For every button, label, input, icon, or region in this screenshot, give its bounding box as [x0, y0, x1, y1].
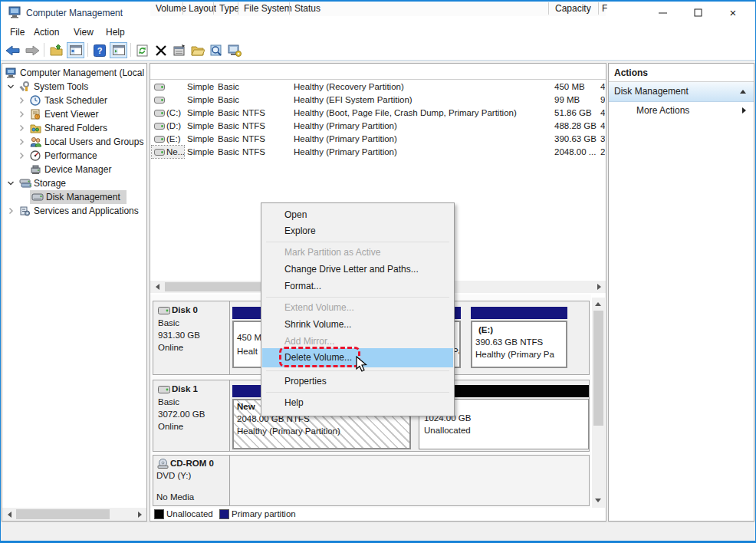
device-manager-icon: [30, 164, 41, 175]
cell-fs: NTFS: [242, 107, 265, 120]
scroll-left-button[interactable]: [152, 282, 163, 291]
menu-item-open[interactable]: Open: [262, 207, 453, 223]
tree-horizontal-scrollbar[interactable]: [2, 508, 146, 521]
scrollbar-thumb[interactable]: [16, 509, 110, 519]
tree-item-label: Services and Applications: [34, 204, 139, 218]
tree-item-task-scheduler[interactable]: Task Scheduler: [2, 94, 146, 107]
properties-icon[interactable]: [170, 42, 188, 58]
column-header-layout[interactable]: Layout: [189, 2, 216, 16]
chevron-right-icon[interactable]: [18, 138, 25, 146]
actions-group-disk-management[interactable]: Disk Management: [609, 82, 754, 102]
menu-help[interactable]: Help: [102, 26, 129, 38]
collapse-icon[interactable]: [740, 90, 746, 94]
remote-computer-icon[interactable]: [225, 42, 243, 58]
chevron-down-icon[interactable]: [7, 83, 15, 90]
disk-status: Online: [158, 422, 183, 431]
tree-item-performance[interactable]: Performance: [2, 149, 146, 163]
menu-item-explore[interactable]: Explore: [262, 223, 453, 239]
chevron-down-icon[interactable]: [7, 179, 15, 187]
cell-free: 4: [600, 120, 605, 133]
actions-header: Actions: [609, 65, 754, 82]
cdrom-empty-region[interactable]: [231, 456, 589, 505]
cell-free: 9: [600, 94, 605, 107]
disk-view-vertical-scrollbar[interactable]: [592, 298, 605, 508]
chevron-right-icon[interactable]: [18, 152, 25, 160]
menu-separator: [266, 297, 449, 298]
menu-file[interactable]: File: [6, 26, 28, 38]
export-list-icon[interactable]: [48, 42, 65, 58]
forward-icon[interactable]: [23, 42, 41, 58]
column-header-file-system[interactable]: File System: [244, 2, 292, 16]
column-header-status[interactable]: Status: [294, 2, 320, 16]
tree-item-event-viewer[interactable]: ! Event Viewer: [2, 107, 146, 121]
column-header-capacity[interactable]: Capacity: [555, 2, 591, 16]
find-icon[interactable]: [207, 42, 225, 58]
volume-row[interactable]: (D:) Simple Basic NTFS Healthy (Primary …: [150, 120, 606, 133]
volume-icon: [154, 97, 165, 104]
chevron-right-icon[interactable]: [7, 207, 15, 215]
menu-item-help[interactable]: Help: [262, 395, 453, 411]
menu-item-properties[interactable]: Properties: [262, 374, 453, 390]
disk-size: 3072.00 GB: [158, 410, 205, 419]
disk1-label[interactable]: Disk 1 Basic 3072.00 GB Online: [153, 380, 230, 451]
menu-action[interactable]: Action: [30, 26, 63, 38]
tree-item-system-tools[interactable]: System Tools: [2, 80, 146, 94]
cdrom-icon: [157, 459, 169, 469]
volume-row[interactable]: (E:) Simple Basic NTFS Healthy (Primary …: [150, 133, 606, 146]
chevron-right-icon[interactable]: [18, 124, 25, 132]
tree-item-label: Performance: [44, 149, 97, 163]
scroll-down-button[interactable]: [593, 495, 603, 505]
scroll-right-button[interactable]: [134, 509, 145, 519]
scroll-right-button[interactable]: [593, 282, 604, 291]
tree-item-computer-management[interactable]: Computer Management (Local: [2, 66, 146, 80]
cell-status: Healthy (Boot, Page File, Crash Dump, Pr…: [294, 107, 547, 120]
computer-icon: [5, 67, 17, 78]
disk0-label[interactable]: Disk 0 Basic 931.30 GB Online: [153, 301, 230, 374]
disk0-partition-e[interactable]: (E:) 390.63 GB NTFS Healthy (Primary Pa: [471, 321, 567, 368]
tree-item-storage[interactable]: Storage: [2, 176, 146, 190]
close-button[interactable]: ×: [715, 2, 751, 24]
refresh-icon[interactable]: [133, 42, 151, 58]
cell-fs: NTFS: [242, 146, 265, 159]
tree-item-services-and-applications[interactable]: Services and Applications: [2, 204, 146, 218]
tree-item-shared-folders[interactable]: Shared Folders: [2, 121, 146, 135]
volume-icon: [154, 123, 165, 130]
help-icon[interactable]: ?: [90, 42, 108, 58]
chevron-right-icon[interactable]: [18, 110, 25, 118]
menu-item-format[interactable]: Format...: [262, 278, 453, 295]
cell-capacity: 488.28 GB: [554, 120, 597, 133]
cell-status: Healthy (Recovery Partition): [294, 81, 547, 94]
maximize-button[interactable]: [680, 2, 715, 24]
tree-item-disk-management[interactable]: Disk Management: [2, 190, 146, 204]
disk-status: Online: [158, 343, 183, 352]
scroll-up-button[interactable]: [593, 299, 603, 309]
minimize-button[interactable]: [645, 2, 680, 24]
open-folder-icon[interactable]: [189, 42, 206, 58]
show-console-tree-icon[interactable]: [67, 42, 84, 58]
back-icon[interactable]: [4, 42, 21, 58]
tree-item-device-manager[interactable]: Device Manager: [2, 163, 146, 176]
menu-item-change-drive-letter[interactable]: Change Drive Letter and Paths...: [262, 262, 453, 278]
menu-view[interactable]: View: [70, 26, 97, 38]
volume-row[interactable]: Simple Basic Healthy (Recovery Partition…: [150, 81, 606, 94]
toolbar-separator: [44, 43, 44, 57]
cell-status: Healthy (Primary Partition): [294, 133, 547, 146]
scroll-left-button[interactable]: [4, 509, 15, 519]
delete-icon[interactable]: [152, 42, 169, 58]
show-action-pane-icon[interactable]: [110, 42, 127, 58]
storage-icon: [19, 178, 31, 189]
scrollbar-thumb[interactable]: [593, 311, 603, 426]
volume-row[interactable]: Simple Basic Healthy (EFI System Partiti…: [150, 94, 606, 107]
menu-item-shrink-volume[interactable]: Shrink Volume...: [262, 317, 453, 333]
column-header-type[interactable]: Type: [219, 2, 239, 16]
cell-type: Basic: [218, 94, 239, 107]
submenu-arrow-icon[interactable]: [742, 107, 746, 114]
column-separator: [182, 2, 183, 15]
volume-row[interactable]: (C:) Simple Basic NTFS Healthy (Boot, Pa…: [150, 107, 606, 120]
volume-row-selected[interactable]: Ne... Simple Basic NTFS Healthy (Primary…: [150, 146, 606, 159]
column-header-free-space[interactable]: F: [602, 2, 607, 16]
more-actions-item[interactable]: More Actions: [609, 102, 754, 119]
tree-item-local-users-and-groups[interactable]: Local Users and Groups: [2, 135, 146, 149]
chevron-right-icon[interactable]: [18, 97, 25, 104]
cdrom-label[interactable]: CD-ROM 0 DVD (Y:) No Media: [153, 456, 230, 505]
